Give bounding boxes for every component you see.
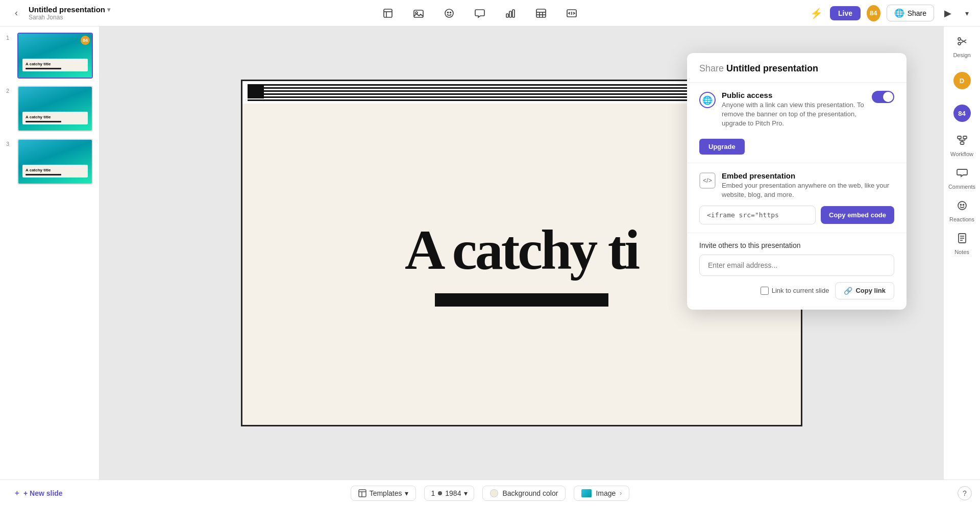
canvas-title-bar [435, 293, 608, 307]
sidebar-avatar-purple[interactable]: 84 [947, 98, 977, 129]
slide-number: 2 [6, 88, 13, 94]
lightning-button[interactable]: ⚡ [808, 4, 824, 22]
canvas-slide-title: A catchy ti [405, 222, 638, 278]
slide-number: 3 [6, 141, 13, 147]
right-sidebar: Design D 84 Workflow [943, 27, 980, 479]
templates-icon [358, 489, 366, 497]
title-caret: ▾ [107, 6, 110, 13]
public-access-toggle[interactable] [872, 91, 894, 103]
embed-code-input[interactable] [699, 206, 816, 224]
insert-frame-icon[interactable] [379, 4, 397, 22]
insert-chart-icon[interactable] [501, 4, 520, 22]
share-button[interactable]: 🌐 Share [887, 5, 934, 21]
link-to-slide-checkbox[interactable] [761, 287, 769, 295]
link-to-slide-label: Link to current slide [772, 287, 829, 294]
share-title-prefix: Share [699, 63, 726, 73]
embed-icon: </> [699, 172, 716, 189]
svg-rect-22 [958, 136, 961, 139]
top-bar: ‹ Untitled presentation ▾ Sarah Jonas [0, 0, 980, 27]
reactions-icon [957, 200, 968, 214]
new-slide-button[interactable]: ＋ + New slide [8, 486, 68, 501]
slide-item[interactable]: 2 A catchy title [4, 84, 95, 134]
public-access-desc: Anyone with a link can view this present… [722, 100, 866, 129]
reactions-label: Reactions [949, 216, 974, 222]
slide-item[interactable]: 3 A catchy title [4, 137, 95, 187]
invite-label: Invite others to this presentation [699, 241, 894, 249]
globe-section-icon: 🌐 [699, 92, 716, 108]
embed-desc: Embed your presentation anywhere on the … [722, 181, 894, 199]
copy-embed-button[interactable]: Copy embed code [821, 206, 894, 224]
insert-emoji-icon[interactable] [440, 4, 458, 22]
slide-panel: 1 A catchy title 84 2 A catchy title [0, 27, 100, 479]
workflow-label: Workflow [950, 151, 973, 157]
invite-email-input[interactable] [699, 255, 894, 276]
invite-footer: Link to current slide 🔗 Copy link [699, 282, 894, 299]
play-options-button[interactable]: ▾ [962, 4, 972, 22]
image-label: Image [596, 489, 616, 497]
svg-point-7 [450, 12, 451, 13]
embed-title: Embed presentation [722, 171, 894, 180]
slide-item[interactable]: 1 A catchy title 84 [4, 31, 95, 81]
slide-thumbnail-3[interactable]: A catchy title [17, 139, 93, 185]
svg-rect-9 [509, 11, 511, 17]
document-title-text: Untitled presentation [29, 5, 105, 14]
image-button[interactable]: Image › [574, 486, 629, 501]
page-dot [438, 491, 442, 495]
share-panel-title: Share Untitled presentation [699, 63, 894, 74]
collaborator-avatar[interactable]: 84 [867, 5, 880, 21]
slide-badge-1: 84 [81, 36, 90, 45]
svg-point-29 [958, 201, 966, 210]
copy-link-button[interactable]: 🔗 Copy link [835, 282, 894, 299]
svg-rect-8 [506, 14, 508, 17]
svg-rect-23 [963, 136, 967, 139]
public-access-title: Public access [722, 91, 866, 99]
link-to-slide-checkbox-label[interactable]: Link to current slide [761, 287, 829, 295]
new-slide-plus: ＋ [13, 489, 20, 498]
image-chevron: › [620, 490, 622, 497]
main-layout: 1 A catchy title 84 2 A catchy title [0, 27, 980, 479]
svg-point-5 [445, 9, 453, 17]
insert-code-icon[interactable] [562, 4, 581, 22]
avatar-purple: 84 [953, 105, 971, 122]
insert-media-icon[interactable] [409, 4, 428, 22]
copy-link-label: Copy link [855, 287, 886, 294]
document-title[interactable]: Untitled presentation ▾ [29, 5, 110, 14]
sidebar-design-button[interactable]: Design [947, 32, 977, 62]
page-indicator[interactable]: 1 1984 ▾ [424, 486, 474, 501]
page-total: 1984 [445, 489, 461, 497]
insert-table-icon[interactable] [532, 4, 550, 22]
background-color-button[interactable]: Background color [482, 486, 566, 501]
slide-thumbnail-1[interactable]: A catchy title 84 [17, 33, 93, 79]
bg-color-label: Background color [502, 489, 558, 497]
play-button[interactable]: ▶ [940, 4, 955, 22]
sidebar-workflow-button[interactable]: Workflow [947, 131, 977, 161]
insert-comment-icon[interactable] [471, 4, 489, 22]
back-button[interactable]: ‹ [8, 5, 24, 21]
globe-icon: 🌐 [894, 8, 904, 18]
sidebar-notes-button[interactable]: Notes [947, 229, 977, 259]
bottom-bar: ＋ + New slide Templates ▾ 1 1984 ▾ Backg… [0, 479, 980, 506]
upgrade-button[interactable]: Upgrade [699, 139, 745, 155]
svg-point-31 [963, 205, 964, 206]
live-button[interactable]: Live [830, 6, 861, 20]
public-access-info: Public access Anyone with a link can vie… [722, 91, 866, 129]
canvas-area[interactable]: A catchy ti Share Untitled presentation … [100, 27, 943, 479]
help-button[interactable]: ? [958, 486, 972, 500]
title-area: Untitled presentation ▾ Sarah Jonas [29, 5, 110, 21]
new-slide-label: + New slide [23, 489, 63, 497]
share-label: Share [908, 9, 926, 17]
public-access-header: 🌐 Public access Anyone with a link can v… [699, 91, 894, 129]
sidebar-reactions-button[interactable]: Reactions [947, 196, 977, 226]
templates-button[interactable]: Templates ▾ [351, 486, 416, 501]
slide-line-3 [26, 174, 61, 175]
link-icon: 🔗 [844, 287, 852, 295]
sidebar-avatar-orange[interactable]: D [947, 65, 977, 96]
sidebar-comments-button[interactable]: Comments [947, 163, 977, 194]
embed-row: Copy embed code [699, 206, 894, 224]
slide-content-2: A catchy title [22, 112, 88, 124]
slide-title-2: A catchy title [26, 115, 85, 119]
embed-info: Embed presentation Embed your presentati… [722, 171, 894, 199]
svg-point-18 [958, 38, 961, 40]
slide-thumbnail-2[interactable]: A catchy title [17, 86, 93, 132]
svg-rect-24 [960, 142, 964, 144]
